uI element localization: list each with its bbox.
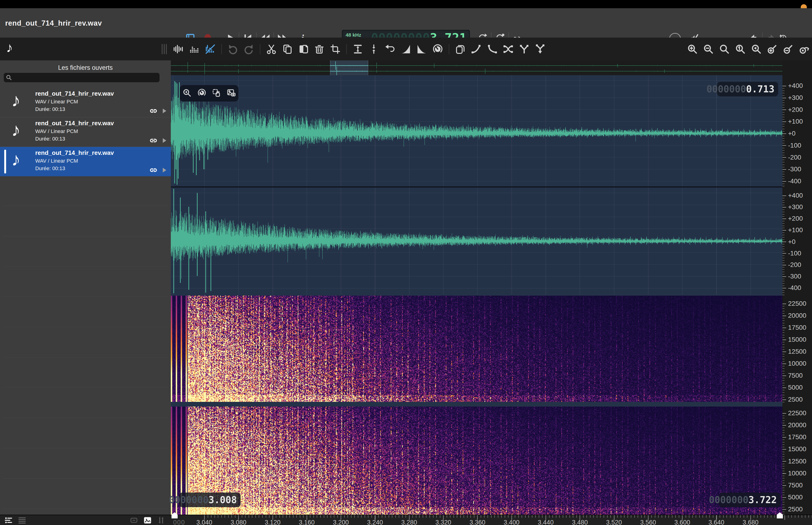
zoom-selection-icon[interactable] — [750, 42, 763, 56]
app-icon: ♪ — [6, 40, 13, 55]
ruler-tick-label: 3.200 — [324, 519, 358, 525]
collapse-box-icon[interactable] — [129, 515, 139, 525]
list-plain-icon[interactable] — [17, 515, 27, 525]
file-play-icon[interactable] — [161, 107, 168, 115]
search-input[interactable] — [15, 73, 156, 83]
scale-label: +300 — [788, 94, 812, 102]
scale-label: 17500 — [788, 324, 812, 331]
split-icon[interactable] — [517, 42, 531, 56]
scale-label: 15000 — [788, 336, 812, 343]
zoom-one-to-one-icon[interactable] — [734, 42, 747, 56]
audio-file-icon: ♪ — [11, 90, 20, 111]
scale-label: 20000 — [788, 312, 812, 319]
ruler-tick-label: 3.240 — [358, 519, 392, 525]
overview-viewport[interactable] — [330, 60, 368, 75]
reverse-icon[interactable] — [383, 42, 397, 56]
spectrogram-channel-2[interactable] — [171, 407, 782, 515]
file-name: rend_out_714_hrir_rev.wav — [35, 90, 114, 97]
scale-label: -200 — [788, 154, 812, 161]
trim-icon[interactable] — [328, 42, 342, 56]
file-duration: Durée: 00:13 — [35, 165, 65, 171]
statusbar-left — [0, 515, 171, 525]
scale-label: 2500 — [788, 506, 812, 513]
file-list-item[interactable]: ♪ rend_out_714_hrir_rev.wav WAV / Linear… — [0, 147, 171, 176]
zoom-icon[interactable] — [718, 42, 731, 56]
search-box[interactable] — [4, 73, 159, 82]
divider — [221, 44, 222, 54]
divider — [449, 44, 449, 54]
file-format: WAV / Linear PCM — [35, 128, 78, 134]
scale-label: -400 — [788, 177, 812, 185]
curve-up-icon[interactable] — [470, 42, 483, 56]
ruler-tick-label: 3.160 — [290, 519, 324, 525]
toolbar-zoom-group — [686, 41, 812, 57]
divider — [346, 44, 347, 54]
ruler-tick-label: 3.360 — [460, 519, 494, 525]
cut-icon[interactable] — [264, 42, 278, 56]
zoom-back-icon[interactable] — [182, 88, 192, 99]
amplitude-ticks-ch2 — [782, 188, 787, 296]
file-duration: Durée: 00:13 — [35, 106, 65, 112]
sort-arrows-icon[interactable] — [156, 515, 166, 525]
delete-icon[interactable] — [312, 42, 326, 56]
ruler-tick-label: 3.680 — [734, 519, 768, 525]
amplitude-scale-ch2: +400+300+200+100+0-100-200-300-400 — [788, 192, 812, 291]
collapse-vertical-icon[interactable] — [367, 42, 381, 56]
curve-down-icon[interactable] — [486, 42, 499, 56]
waveform-channel-1[interactable] — [171, 75, 782, 186]
frequency-scale-ch1: 2250020000175001500012500100007500500025… — [788, 300, 812, 403]
scale-label: 5000 — [788, 494, 812, 501]
vzoom-out-icon[interactable] — [781, 42, 795, 56]
sidebar-header: Les fichiers ouverts — [0, 64, 171, 72]
scale-label: +300 — [788, 203, 812, 211]
scale-label: 17500 — [788, 433, 812, 441]
spectrogram-channel-1[interactable] — [171, 296, 782, 402]
redo-icon[interactable] — [242, 42, 256, 56]
paste-icon[interactable] — [296, 42, 310, 56]
list-detail-icon[interactable] — [3, 515, 14, 525]
scale-label: +0 — [788, 238, 812, 245]
crossfade-icon[interactable] — [501, 42, 515, 56]
audio-file-icon: ♪ — [11, 149, 20, 170]
spectrogram-view-icon[interactable] — [187, 42, 201, 56]
vzoom-in-icon[interactable] — [765, 42, 779, 56]
toolbar: ♪ — [0, 38, 812, 61]
combined-view-icon[interactable] — [203, 42, 217, 56]
waveform-channel-2[interactable] — [171, 188, 782, 295]
scale-label: +0 — [788, 130, 812, 137]
merge-icon[interactable] — [533, 42, 547, 56]
overview-strip[interactable] — [171, 60, 782, 75]
amplitude-scale-ch1: +400+300+200+100+0-100-200-300-400 — [788, 82, 812, 185]
fade-in-icon[interactable] — [399, 42, 413, 56]
file-play-icon[interactable] — [161, 167, 168, 175]
divider — [260, 44, 260, 54]
hand-select-icon[interactable] — [212, 88, 221, 99]
undo-icon[interactable] — [226, 42, 240, 56]
overview-waveform[interactable] — [171, 60, 782, 75]
fit-vertical-icon[interactable] — [351, 42, 365, 56]
zoom-in-icon[interactable] — [686, 42, 699, 56]
gain-knob-icon[interactable] — [197, 88, 206, 99]
file-list-item[interactable]: ♪ rend_out_714_hrir_rev.wav WAV / Linear… — [0, 117, 171, 147]
zoom-out-icon[interactable] — [702, 42, 715, 56]
ruler-tick-label: 3.440 — [528, 519, 563, 525]
ruler-tick-label: 3.120 — [256, 519, 290, 525]
file-name: rend_out_714_hrir_rev.wav — [35, 149, 114, 156]
drag-handle[interactable] — [162, 44, 167, 54]
time-ruler[interactable]: 000 3.0403.0803.1203.1603.2003.2403.2803… — [171, 515, 812, 525]
file-list-item[interactable]: ♪ rend_out_714_hrir_rev.wav WAV / Linear… — [0, 88, 171, 117]
gain-knob-icon[interactable] — [431, 42, 445, 56]
fade-out-icon[interactable] — [415, 42, 429, 56]
vzoom-lock-icon[interactable] — [797, 42, 811, 56]
image-icon[interactable] — [142, 515, 153, 525]
copy-icon[interactable] — [280, 42, 294, 56]
frequency-ticks-ch2 — [782, 407, 787, 515]
duplicate-icon[interactable] — [454, 42, 467, 56]
file-play-icon[interactable] — [161, 137, 168, 145]
snapshot-icon[interactable] — [227, 88, 236, 99]
ruler-tick-label: 3.600 — [665, 519, 699, 525]
link-icon — [150, 166, 157, 175]
scale-label: -300 — [788, 273, 812, 280]
title-bar: rend_out_714_hrir_rev.wav i — [0, 8, 812, 38]
waveform-view-icon[interactable] — [171, 42, 185, 56]
